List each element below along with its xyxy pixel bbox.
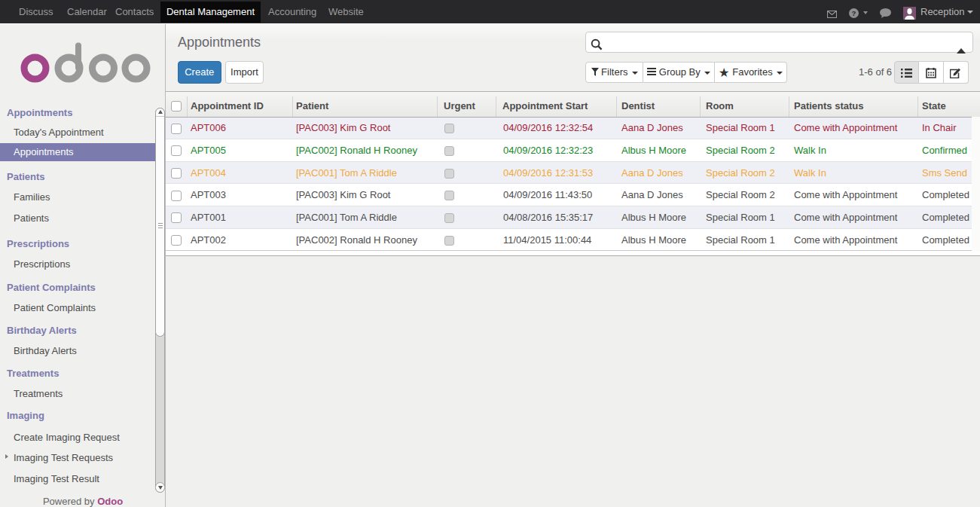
svg-text:?: ?	[852, 9, 856, 17]
